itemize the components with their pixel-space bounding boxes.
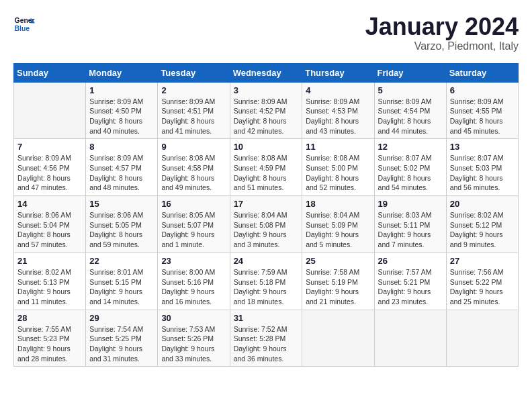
day-number: 16 [161,199,226,209]
day-info: Sunrise: 8:06 AMSunset: 5:04 PMDaylight:… [17,210,82,250]
calendar-cell: 24Sunrise: 7:59 AMSunset: 5:18 PMDayligh… [230,253,302,310]
calendar-cell: 3Sunrise: 8:09 AMSunset: 4:52 PMDaylight… [230,82,302,139]
day-info: Sunrise: 8:08 AMSunset: 5:00 PMDaylight:… [306,153,370,193]
day-header-monday: Monday [86,63,158,82]
week-row-4: 21Sunrise: 8:02 AMSunset: 5:13 PMDayligh… [14,253,519,310]
week-row-1: 1Sunrise: 8:09 AMSunset: 4:50 PMDaylight… [14,82,519,139]
calendar-cell: 21Sunrise: 8:02 AMSunset: 5:13 PMDayligh… [14,253,86,310]
day-number: 15 [89,199,154,209]
day-info: Sunrise: 8:03 AMSunset: 5:11 PMDaylight:… [378,210,443,250]
calendar-cell: 29Sunrise: 7:54 AMSunset: 5:25 PMDayligh… [86,310,158,367]
week-row-3: 14Sunrise: 8:06 AMSunset: 5:04 PMDayligh… [14,196,519,253]
calendar-cell: 5Sunrise: 8:09 AMSunset: 4:54 PMDaylight… [374,82,446,139]
svg-text:Blue: Blue [15,25,30,32]
calendar-cell: 7Sunrise: 8:09 AMSunset: 4:56 PMDaylight… [14,139,86,196]
day-number: 25 [306,256,370,266]
day-number: 21 [17,256,82,266]
day-info: Sunrise: 7:59 AMSunset: 5:18 PMDaylight:… [234,267,299,307]
day-number: 23 [161,256,226,266]
day-info: Sunrise: 7:56 AMSunset: 5:22 PMDaylight:… [450,267,515,307]
day-info: Sunrise: 8:02 AMSunset: 5:12 PMDaylight:… [450,210,515,250]
day-info: Sunrise: 8:00 AMSunset: 5:16 PMDaylight:… [161,267,226,307]
calendar-cell: 9Sunrise: 8:08 AMSunset: 4:58 PMDaylight… [158,139,230,196]
day-number: 30 [161,313,226,323]
day-info: Sunrise: 8:09 AMSunset: 4:50 PMDaylight:… [89,97,154,136]
day-info: Sunrise: 8:04 AMSunset: 5:08 PMDaylight:… [234,210,299,250]
day-number: 13 [450,142,515,152]
week-row-2: 7Sunrise: 8:09 AMSunset: 4:56 PMDaylight… [14,139,519,196]
day-info: Sunrise: 8:09 AMSunset: 4:51 PMDaylight:… [161,97,226,136]
calendar-cell [14,82,86,139]
logo-icon: General Blue [13,13,35,35]
calendar-cell: 8Sunrise: 8:09 AMSunset: 4:57 PMDaylight… [86,139,158,196]
calendar-cell: 2Sunrise: 8:09 AMSunset: 4:51 PMDaylight… [158,82,230,139]
day-header-saturday: Saturday [446,63,518,82]
day-header-friday: Friday [374,63,446,82]
day-number: 24 [234,256,299,266]
day-number: 20 [450,199,515,209]
calendar-cell: 18Sunrise: 8:04 AMSunset: 5:09 PMDayligh… [302,196,374,253]
day-info: Sunrise: 8:09 AMSunset: 4:55 PMDaylight:… [450,97,515,136]
calendar-header: SundayMondayTuesdayWednesdayThursdayFrid… [14,63,519,82]
day-info: Sunrise: 8:09 AMSunset: 4:52 PMDaylight:… [234,97,299,136]
calendar-cell: 25Sunrise: 7:58 AMSunset: 5:19 PMDayligh… [302,253,374,310]
day-number: 12 [378,142,443,152]
day-info: Sunrise: 7:58 AMSunset: 5:19 PMDaylight:… [306,267,370,307]
day-header-wednesday: Wednesday [230,63,302,82]
day-info: Sunrise: 8:08 AMSunset: 4:59 PMDaylight:… [234,153,299,193]
day-number: 6 [450,85,515,95]
calendar-cell: 27Sunrise: 7:56 AMSunset: 5:22 PMDayligh… [446,253,518,310]
day-info: Sunrise: 7:52 AMSunset: 5:28 PMDaylight:… [234,324,299,364]
day-number: 10 [234,142,299,152]
day-number: 9 [161,142,226,152]
calendar-cell: 15Sunrise: 8:06 AMSunset: 5:05 PMDayligh… [86,196,158,253]
day-info: Sunrise: 8:01 AMSunset: 5:15 PMDaylight:… [89,267,154,307]
day-info: Sunrise: 8:08 AMSunset: 4:58 PMDaylight:… [161,153,226,193]
day-number: 5 [378,85,443,95]
calendar-cell: 16Sunrise: 8:05 AMSunset: 5:07 PMDayligh… [158,196,230,253]
calendar-cell: 13Sunrise: 8:07 AMSunset: 5:03 PMDayligh… [446,139,518,196]
calendar-cell: 12Sunrise: 8:07 AMSunset: 5:02 PMDayligh… [374,139,446,196]
day-number: 18 [306,199,370,209]
day-number: 4 [306,85,370,95]
day-info: Sunrise: 8:09 AMSunset: 4:54 PMDaylight:… [378,97,443,136]
day-info: Sunrise: 7:55 AMSunset: 5:23 PMDaylight:… [17,324,82,364]
calendar-cell: 11Sunrise: 8:08 AMSunset: 5:00 PMDayligh… [302,139,374,196]
day-number: 2 [161,85,226,95]
day-number: 27 [450,256,515,266]
location-subtitle: Varzo, Piedmont, Italy [365,40,519,52]
calendar-cell: 14Sunrise: 8:06 AMSunset: 5:04 PMDayligh… [14,196,86,253]
week-row-5: 28Sunrise: 7:55 AMSunset: 5:23 PMDayligh… [14,310,519,367]
calendar-cell [374,310,446,367]
day-info: Sunrise: 7:54 AMSunset: 5:25 PMDaylight:… [89,324,154,364]
calendar-cell: 23Sunrise: 8:00 AMSunset: 5:16 PMDayligh… [158,253,230,310]
day-info: Sunrise: 8:09 AMSunset: 4:56 PMDaylight:… [17,153,82,193]
day-number: 31 [234,313,299,323]
month-title: January 2024 [365,13,519,40]
day-info: Sunrise: 8:07 AMSunset: 5:02 PMDaylight:… [378,153,443,193]
day-number: 29 [89,313,154,323]
day-number: 3 [234,85,299,95]
day-header-tuesday: Tuesday [158,63,230,82]
day-number: 26 [378,256,443,266]
day-number: 1 [89,85,154,95]
day-info: Sunrise: 7:57 AMSunset: 5:21 PMDaylight:… [378,267,443,307]
title-block: January 2024 Varzo, Piedmont, Italy [365,13,519,52]
day-header-row: SundayMondayTuesdayWednesdayThursdayFrid… [14,63,519,82]
calendar-cell: 4Sunrise: 8:09 AMSunset: 4:53 PMDaylight… [302,82,374,139]
calendar-cell: 17Sunrise: 8:04 AMSunset: 5:08 PMDayligh… [230,196,302,253]
calendar-cell: 28Sunrise: 7:55 AMSunset: 5:23 PMDayligh… [14,310,86,367]
calendar-cell [302,310,374,367]
calendar-table: SundayMondayTuesdayWednesdayThursdayFrid… [13,63,519,367]
day-info: Sunrise: 8:04 AMSunset: 5:09 PMDaylight:… [306,210,370,250]
calendar-cell: 22Sunrise: 8:01 AMSunset: 5:15 PMDayligh… [86,253,158,310]
day-info: Sunrise: 8:07 AMSunset: 5:03 PMDaylight:… [450,153,515,193]
calendar-cell [446,310,518,367]
day-number: 19 [378,199,443,209]
day-info: Sunrise: 8:09 AMSunset: 4:57 PMDaylight:… [89,153,154,193]
day-header-sunday: Sunday [14,63,86,82]
day-info: Sunrise: 8:02 AMSunset: 5:13 PMDaylight:… [17,267,82,307]
calendar-body: 1Sunrise: 8:09 AMSunset: 4:50 PMDaylight… [14,82,519,367]
day-number: 7 [17,142,82,152]
logo: General Blue [13,13,35,35]
